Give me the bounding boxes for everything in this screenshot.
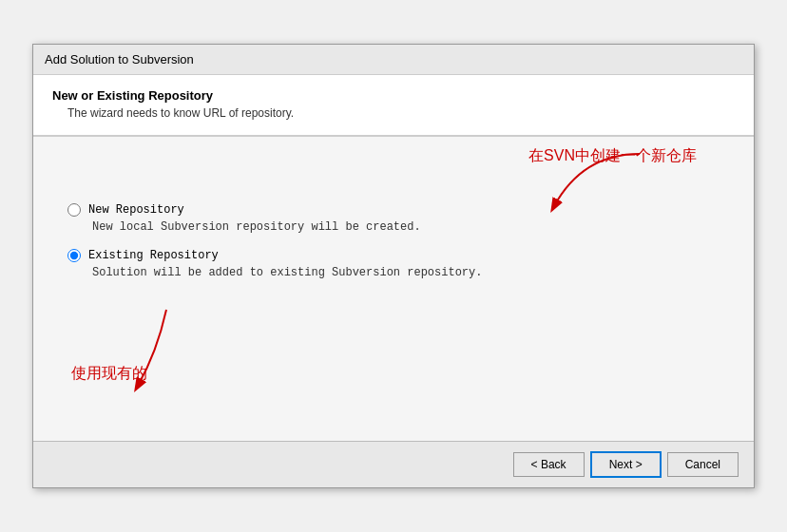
new-repository-label[interactable]: New Repository [67,203,725,217]
dialog-title: Add Solution to Subversion [33,45,754,75]
content-area: 在SVN中创建一个新仓库 New Repository New local Su… [33,137,754,441]
footer: < Back Next > Cancel [33,441,754,487]
annotation-existing-repo: 使用现有的 [71,364,147,384]
existing-repository-radio[interactable] [67,249,81,262]
next-button[interactable]: Next > [590,451,662,478]
cancel-button[interactable]: Cancel [667,452,739,477]
new-repository-option: New Repository New local Subversion repo… [62,203,725,234]
new-repository-radio[interactable] [67,203,81,217]
header-description: The wizard needs to know URL of reposito… [52,106,735,120]
dialog: Add Solution to Subversion New or Existi… [32,44,755,488]
new-repository-desc: New local Subversion repository will be … [67,220,725,234]
back-button[interactable]: < Back [513,452,585,477]
header-section: New or Existing Repository The wizard ne… [33,75,754,137]
existing-repository-desc: Solution will be added to existing Subve… [67,266,725,279]
new-repository-text: New Repository [88,203,184,217]
arrow-existing-icon [109,300,223,395]
existing-repository-option: Existing Repository Solution will be add… [62,249,725,279]
annotation-new-repo: 在SVN中创建一个新仓库 [528,146,697,166]
existing-repository-text: Existing Repository [88,249,219,262]
existing-repository-label[interactable]: Existing Repository [67,249,725,262]
header-title: New or Existing Repository [52,88,735,103]
